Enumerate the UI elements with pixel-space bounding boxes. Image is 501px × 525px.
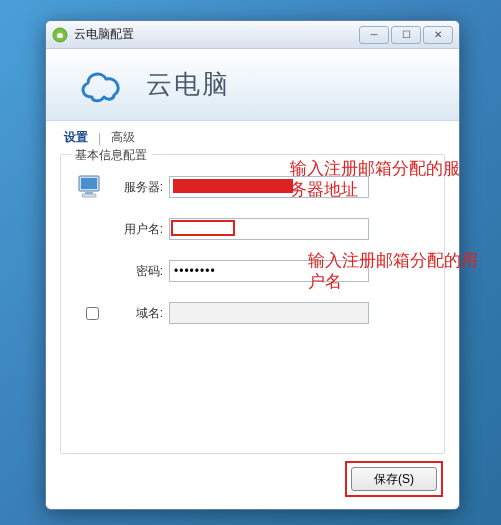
username-row: 用户名:: [75, 215, 430, 243]
basic-info-fieldset: 基本信息配置 服务器: 用户名:: [60, 154, 445, 454]
maximize-button[interactable]: ☐: [391, 26, 421, 44]
password-input[interactable]: [169, 260, 369, 282]
save-button[interactable]: 保存(S): [351, 467, 437, 491]
brand-title: 云电脑: [146, 67, 230, 102]
domain-label: 域名:: [109, 305, 169, 322]
fieldset-legend: 基本信息配置: [71, 147, 151, 164]
domain-checkbox[interactable]: [86, 307, 99, 320]
tabs-row: 设置 | 高级: [46, 121, 459, 148]
svg-rect-2: [81, 178, 97, 189]
username-redaction: [171, 220, 235, 236]
minimize-button[interactable]: ─: [359, 26, 389, 44]
tab-separator: |: [98, 131, 101, 145]
tab-settings[interactable]: 设置: [60, 127, 92, 148]
domain-input[interactable]: [169, 302, 369, 324]
save-button-highlight: 保存(S): [345, 461, 443, 497]
server-redaction: [173, 179, 293, 193]
server-row: 服务器:: [75, 173, 430, 201]
password-label: 密码:: [109, 263, 169, 280]
svg-rect-4: [82, 194, 96, 197]
window-controls: ─ ☐ ✕: [357, 26, 453, 44]
window-title: 云电脑配置: [74, 26, 357, 43]
server-label: 服务器:: [109, 179, 169, 196]
computer-icon: [75, 174, 109, 200]
config-window: 云电脑配置 ─ ☐ ✕ 云电脑 设置 | 高级 基本信息配置: [45, 20, 460, 510]
cloud-logo-icon: [74, 63, 130, 107]
close-button[interactable]: ✕: [423, 26, 453, 44]
password-row: 密码:: [75, 257, 430, 285]
app-icon: [52, 27, 68, 43]
titlebar[interactable]: 云电脑配置 ─ ☐ ✕: [46, 21, 459, 49]
header-banner: 云电脑: [46, 49, 459, 121]
domain-row: 域名:: [75, 299, 430, 327]
domain-checkbox-wrap: [75, 304, 109, 323]
tab-advanced[interactable]: 高级: [107, 127, 139, 148]
username-label: 用户名:: [109, 221, 169, 238]
